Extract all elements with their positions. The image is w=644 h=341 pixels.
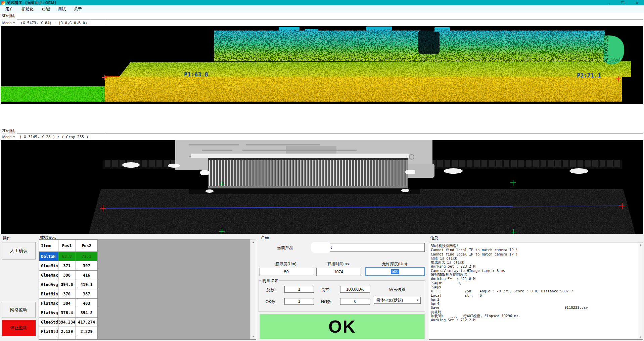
total-label: 总数: — [264, 287, 278, 293]
grayscale-2d — [1, 140, 643, 234]
info-section-label: 信息 — [430, 235, 438, 241]
info-log[interactable]: 3D相机没有网络!Cannot find local IP to match c… — [431, 244, 637, 339]
table-cell-item[interactable]: GlueMax — [39, 271, 58, 280]
table-cell-value[interactable]: 394.8 — [58, 280, 76, 289]
table-row[interactable]: GlueAvg394.8419.1 — [39, 280, 98, 289]
menu-item-about[interactable]: 关于 — [70, 6, 86, 13]
stop-listen-button[interactable]: 停止监听 — [2, 320, 36, 336]
close-button[interactable]: ✕ — [630, 0, 644, 5]
ng-count-input[interactable]: 0 — [340, 298, 370, 305]
table-cell-value[interactable]: 2583.5 — [58, 336, 76, 340]
table-cell-item[interactable]: FlatStd — [39, 327, 58, 336]
log-line: X : 3744 /58 Angle : -0.279, Score : 0.0… — [431, 289, 637, 293]
scroll-up-icon[interactable]: ▲ — [638, 242, 643, 247]
table-cell-item[interactable]: FlatAvg — [39, 308, 58, 318]
log-line: Working Set : 223.2 M — [431, 264, 637, 268]
table-row[interactable]: GlueStd394.234417.274 — [39, 318, 98, 327]
table-row[interactable]: GlueMax390416 — [39, 271, 98, 280]
menu-item-debug[interactable]: 调试 — [54, 6, 70, 13]
scan-time-input[interactable]: 1074 — [316, 268, 361, 276]
table-cell-value[interactable]: 403 — [76, 299, 97, 308]
manual-confirm-button[interactable]: 人工确认 — [2, 242, 36, 260]
log-line: Cannot find local IP to match camera IP … — [431, 248, 637, 252]
ok-count-label: OK数: — [263, 299, 279, 305]
maximize-button[interactable]: ❐ — [616, 0, 630, 5]
camera2d-toolbar: Mode ▼ ( X 3145, Y 28 ) : ( Gray 255 ) — [1, 133, 643, 140]
table-cell-item[interactable]: DeltaH — [39, 252, 58, 261]
menu-item-function[interactable]: 功能 — [38, 6, 54, 13]
table-cell-value[interactable]: 417.274 — [76, 318, 97, 327]
data-grid-scrollbar[interactable]: ▲ ▼ — [250, 239, 256, 339]
menu-item-user[interactable]: 用户 — [1, 6, 17, 13]
app-window: 测高程序 【当前用户: OEM】 – ❐ ✕ 用户 初始化 功能 调试 关于 3… — [0, 0, 644, 341]
film-thickness-label: 膜厚度(Um): — [260, 261, 313, 267]
yield-input[interactable]: 100.000% — [340, 286, 370, 293]
table-cell-value[interactable]: 71.1 — [76, 252, 97, 261]
table-row[interactable]: X2583.57966.7 — [39, 336, 98, 340]
info-log-panel: 3D相机没有网络!Cannot find local IP to match c… — [429, 242, 643, 340]
camera3d-image-view[interactable]: P1:63.8 P2:71.1 — [1, 26, 643, 104]
heightmap-3d: P1:63.8 P2:71.1 — [1, 26, 643, 104]
chevron-down-icon: ▼ — [416, 299, 419, 302]
table-cell-item[interactable]: GlueStd — [39, 318, 58, 327]
scroll-down-icon[interactable]: ▼ — [638, 335, 643, 339]
table-cell-item[interactable]: GlueMin — [39, 261, 58, 271]
result-status-indicator: OK — [260, 314, 425, 339]
table-cell-item[interactable]: FlatMin — [39, 289, 58, 299]
minimize-button[interactable]: – — [602, 0, 616, 5]
table-cell-value[interactable]: 390 — [58, 271, 76, 280]
camera3d-toolbar: Mode ▼ (X 5473, Y 84) : (R 0,G 0,B 0) — [1, 19, 643, 26]
results-section-label: 测量结果 — [261, 278, 279, 284]
table-cell-value[interactable]: 384 — [58, 299, 76, 308]
table-cell-item[interactable]: X — [39, 336, 58, 340]
table-row[interactable]: FlatStd2.1392.229 — [39, 327, 98, 336]
info-log-scrollbar[interactable]: ▲ ▼ — [638, 242, 643, 339]
table-cell-item[interactable]: FlatMax — [39, 299, 58, 308]
table-cell-value[interactable]: 394.234 — [58, 318, 76, 327]
window-title: 测高程序 【当前用户: OEM】 — [7, 0, 58, 5]
network-listen-button[interactable]: 网络监听 — [2, 302, 36, 318]
table-row[interactable]: FlatMin370387 — [39, 289, 98, 299]
scroll-up-icon[interactable]: ▲ — [250, 239, 256, 245]
table-cell-value[interactable]: 7966.7 — [76, 336, 97, 340]
menu-item-init[interactable]: 初始化 — [17, 6, 38, 13]
log-line: 等到3D取到灰度图数据。 — [431, 273, 637, 277]
language-select[interactable]: 简体中文(默认) ▼ — [374, 297, 421, 304]
chevron-down-icon: ▼ — [13, 136, 15, 138]
ng-count-label: NG数: — [319, 299, 335, 305]
data-grid-panel: Item Pos1 Pos2 DeltaH63.871.1GlueMin3713… — [39, 239, 256, 340]
table-cell-value[interactable]: 63.8 — [58, 252, 76, 261]
camera2d-image-view[interactable] — [1, 140, 643, 234]
table-cell-value[interactable]: 387 — [76, 289, 97, 299]
table-cell-value[interactable]: 376.4 — [58, 308, 76, 318]
camera2d-cursor-status: ( X 3145, Y 28 ) : ( Gray 255 ) — [17, 133, 91, 140]
film-thickness-input[interactable]: 50 — [260, 268, 313, 276]
allowed-thickness-input[interactable]: 500 — [365, 267, 425, 276]
title-bar: 测高程序 【当前用户: OEM】 – ❐ ✕ — [0, 0, 644, 5]
table-row[interactable]: GlueMin371397 — [39, 261, 98, 271]
total-input[interactable]: 1 — [284, 286, 314, 293]
col-header-item: Item — [39, 240, 58, 252]
table-row[interactable]: DeltaH63.871.1 — [39, 252, 98, 261]
table-cell-value[interactable]: 2.139 — [58, 327, 76, 336]
log-line: LocateLi st : 0 — [431, 293, 637, 297]
language-label: 语言选择 — [374, 287, 421, 293]
scroll-down-icon[interactable]: ▼ — [250, 334, 256, 339]
table-cell-value[interactable]: 397 — [76, 261, 97, 271]
operation-section-label: 操作 — [3, 235, 11, 241]
camera3d-cursor-status: (X 5473, Y 84) : (R 0,G 0,B 0) — [17, 19, 91, 26]
data-table-body: DeltaH63.871.1GlueMin371397GlueMax390416… — [39, 252, 98, 340]
table-cell-value[interactable]: 416 — [76, 271, 97, 280]
table-row[interactable]: FlatAvg376.4394.8 — [39, 308, 98, 318]
table-cell-value[interactable]: 370 — [58, 289, 76, 299]
table-cell-value[interactable]: 394.8 — [76, 308, 97, 318]
table-cell-value[interactable]: 371 — [58, 261, 76, 271]
log-line: 加载3张 相机 行AOI检查, Elapsed 19296 ms. — [431, 314, 637, 318]
camera3d-mode-dropdown[interactable]: Mode ▼ — [1, 19, 17, 26]
table-cell-value[interactable]: 419.1 — [76, 280, 97, 289]
camera2d-mode-dropdown[interactable]: Mode ▼ — [1, 133, 17, 140]
table-cell-value[interactable]: 2.229 — [76, 327, 97, 336]
table-cell-item[interactable]: GlueAvg — [39, 280, 58, 289]
table-row[interactable]: FlatMax384403 — [39, 299, 98, 308]
ok-count-input[interactable]: 1 — [284, 298, 314, 305]
